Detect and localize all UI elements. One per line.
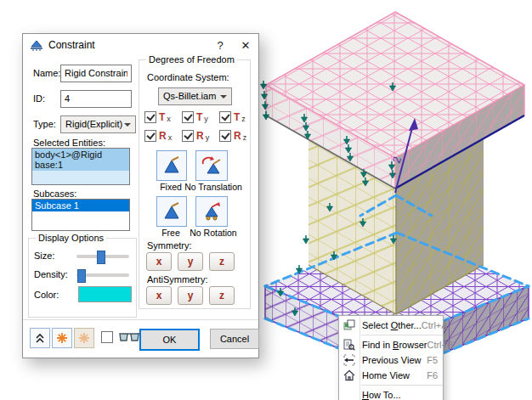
no-translation-icon <box>201 155 223 176</box>
footer-checkbox[interactable] <box>101 331 113 343</box>
no-rotation-icon <box>201 201 223 222</box>
symmetry-x-button[interactable]: x <box>146 252 172 271</box>
checkbox-ty[interactable]: Ty <box>182 111 208 123</box>
footer-divider <box>23 319 258 320</box>
shortcut: F6 <box>427 370 443 380</box>
list-item[interactable]: Subcase 1 <box>32 200 129 211</box>
double-chevron-up-icon <box>34 332 46 344</box>
application-canvas: 2 Constraint ? ✕ Name: ID: Type: Rigid(E… <box>0 0 532 400</box>
fixed-cone-icon <box>161 155 182 176</box>
find-in-browser-icon <box>339 339 359 351</box>
cancel-button[interactable]: Cancel <box>210 329 259 349</box>
menu-item-home-view[interactable]: Home View F6 <box>339 368 443 383</box>
dialog-title: Constraint <box>48 39 95 51</box>
coordinate-system-label: Coordinate System: <box>147 72 229 82</box>
no-rotation-label: No Rotation <box>180 228 246 238</box>
antisymmetry-label: AntiSymmetry: <box>147 274 208 285</box>
help-button[interactable]: ? <box>207 34 233 56</box>
subcases-label: Subcases: <box>33 189 76 199</box>
name-input[interactable] <box>60 65 132 82</box>
menu-separator <box>361 385 443 386</box>
checkbox-tz[interactable]: Tz <box>219 111 246 123</box>
checkbox-rx[interactable]: Rx <box>144 130 172 142</box>
dof-title: Degrees of Freedom <box>146 54 237 65</box>
antisymmetry-y-button[interactable]: y <box>178 286 203 305</box>
display-options-group: Display Options Size: Density: Color: <box>28 238 137 318</box>
checkbox-tx[interactable]: Tx <box>144 111 171 123</box>
color-label: Color: <box>34 290 59 300</box>
id-input[interactable] <box>60 90 132 108</box>
symmetry-z-button[interactable]: z <box>209 252 235 271</box>
coordinate-system-select[interactable]: Qs-Billet.iam <box>158 87 232 105</box>
density-label: Density: <box>34 269 68 279</box>
close-icon[interactable]: ✕ <box>233 34 258 56</box>
shortcut: Ctrl+A <box>422 320 453 330</box>
select-other-icon <box>339 319 359 331</box>
selected-entities-listbox[interactable]: body<1>@Rigid base:1 <box>31 148 130 185</box>
checkbox-ry[interactable]: Ry <box>182 130 209 142</box>
collapse-dialog-button[interactable] <box>30 328 50 348</box>
free-cone-icon <box>161 201 182 222</box>
name-label: Name: <box>33 68 60 78</box>
asterisk-icon <box>56 332 68 344</box>
type-select[interactable]: Rigid(Explicit) <box>60 115 136 133</box>
ok-button[interactable]: OK <box>139 329 200 351</box>
context-menu: Select Other... Ctrl+A Find in Browser C… <box>338 315 444 400</box>
menu-item-how-to[interactable]: How To... <box>339 387 443 400</box>
antisymmetry-z-button[interactable]: z <box>209 286 235 305</box>
shortcut: Ctrl+B <box>427 340 458 350</box>
dialog-titlebar[interactable]: Constraint ? ✕ <box>23 34 258 56</box>
no-translation-button[interactable] <box>195 150 228 181</box>
antisymmetry-x-button[interactable]: x <box>146 286 172 305</box>
display-options-title: Display Options <box>36 233 106 243</box>
checkbox-rz[interactable]: Rz <box>219 130 246 142</box>
symmetry-y-button[interactable]: y <box>178 252 203 271</box>
asterisk-dim-icon <box>78 332 90 344</box>
size-slider[interactable] <box>76 255 129 258</box>
list-item[interactable]: body<1>@Rigid base:1 <box>32 149 129 171</box>
no-rotation-button[interactable] <box>195 196 228 227</box>
no-translation-label: No Translation <box>180 182 246 192</box>
color-swatch[interactable] <box>78 286 132 302</box>
fixed-button[interactable] <box>156 150 187 181</box>
home-view-icon <box>339 369 359 381</box>
preview-off-button[interactable] <box>74 328 94 348</box>
subcases-listbox[interactable]: Subcase 1 <box>31 199 130 231</box>
menu-item-previous-view[interactable]: Previous View F5 <box>339 352 443 368</box>
selected-entities-label: Selected Entities: <box>33 138 105 148</box>
preview-on-button[interactable] <box>52 328 72 348</box>
symmetry-label: Symmetry: <box>147 240 192 251</box>
dof-group: Degrees of Freedom Coordinate System: Qs… <box>139 59 251 309</box>
free-button[interactable] <box>156 196 187 227</box>
menu-item-select-other[interactable]: Select Other... Ctrl+A <box>339 318 443 333</box>
previous-view-icon <box>339 354 359 366</box>
shortcut: F5 <box>427 355 443 365</box>
constraint-dialog: Constraint ? ✕ Name: ID: Type: Rigid(Exp… <box>22 33 259 358</box>
type-label: Type: <box>33 119 56 129</box>
menu-separator <box>361 335 443 335</box>
constraint-icon <box>30 38 43 52</box>
size-label: Size: <box>34 251 54 261</box>
id-label: ID: <box>33 93 45 104</box>
density-slider[interactable] <box>76 273 129 277</box>
menu-item-find-in-browser[interactable]: Find in Browser Ctrl+B <box>339 337 443 352</box>
